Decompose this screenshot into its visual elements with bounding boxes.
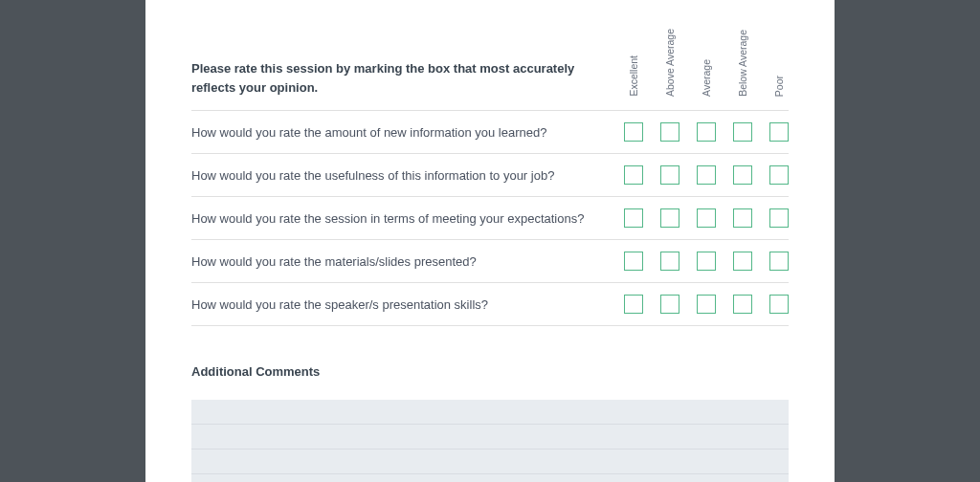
column-header-poor: Poor xyxy=(769,29,789,97)
checkbox-q0-above-average[interactable] xyxy=(660,122,679,142)
checkbox-q2-above-average[interactable] xyxy=(660,208,679,228)
comment-line[interactable] xyxy=(191,449,789,474)
column-header-excellent: Excellent xyxy=(624,29,643,97)
question-text: How would you rate the usefulness of thi… xyxy=(191,168,624,183)
rating-column-headers: Excellent Above Average Average Below Av… xyxy=(624,29,789,97)
checkbox-q0-excellent[interactable] xyxy=(624,122,643,142)
checkbox-group xyxy=(624,252,789,271)
checkbox-q3-below-average[interactable] xyxy=(733,252,752,271)
survey-page: Please rate this session by marking the … xyxy=(145,0,835,482)
comment-line[interactable] xyxy=(191,425,789,449)
column-header-average: Average xyxy=(697,29,716,97)
checkbox-q4-excellent[interactable] xyxy=(624,295,643,314)
checkbox-q4-above-average[interactable] xyxy=(660,295,679,314)
rating-section: Please rate this session by marking the … xyxy=(191,29,789,326)
checkbox-q3-excellent[interactable] xyxy=(624,252,643,271)
checkbox-group xyxy=(624,295,789,314)
checkbox-q2-poor[interactable] xyxy=(769,208,789,228)
comment-lines[interactable] xyxy=(191,400,789,482)
checkbox-q4-average[interactable] xyxy=(697,295,716,314)
checkbox-q1-average[interactable] xyxy=(697,165,716,185)
rating-instruction: Please rate this session by marking the … xyxy=(191,59,624,97)
question-text: How would you rate the materials/slides … xyxy=(191,254,624,269)
question-text: How would you rate the session in terms … xyxy=(191,211,624,226)
checkbox-q3-above-average[interactable] xyxy=(660,252,679,271)
rating-row-q4: How would you rate the speaker/s present… xyxy=(191,283,789,326)
rating-row-q2: How would you rate the session in terms … xyxy=(191,197,789,240)
rating-row-q3: How would you rate the materials/slides … xyxy=(191,240,789,283)
checkbox-q2-below-average[interactable] xyxy=(733,208,752,228)
rating-header-row: Please rate this session by marking the … xyxy=(191,29,789,111)
comment-line[interactable] xyxy=(191,400,789,425)
question-text: How would you rate the amount of new inf… xyxy=(191,125,624,140)
rating-row-q1: How would you rate the usefulness of thi… xyxy=(191,154,789,197)
checkbox-q2-average[interactable] xyxy=(697,208,716,228)
column-header-below-average: Below Average xyxy=(733,29,752,97)
checkbox-q3-average[interactable] xyxy=(697,252,716,271)
checkbox-q3-poor[interactable] xyxy=(769,252,789,271)
comments-heading: Additional Comments xyxy=(191,364,789,379)
checkbox-q0-average[interactable] xyxy=(697,122,716,142)
checkbox-group xyxy=(624,122,789,142)
comment-line[interactable] xyxy=(191,474,789,482)
checkbox-q1-poor[interactable] xyxy=(769,165,789,185)
checkbox-q0-poor[interactable] xyxy=(769,122,789,142)
rating-row-q0: How would you rate the amount of new inf… xyxy=(191,111,789,154)
comments-section: Additional Comments xyxy=(191,364,789,482)
column-header-above-average: Above Average xyxy=(660,29,679,97)
checkbox-q1-excellent[interactable] xyxy=(624,165,643,185)
question-text: How would you rate the speaker/s present… xyxy=(191,297,624,312)
checkbox-group xyxy=(624,165,789,185)
checkbox-q1-below-average[interactable] xyxy=(733,165,752,185)
checkbox-q2-excellent[interactable] xyxy=(624,208,643,228)
checkbox-q1-above-average[interactable] xyxy=(660,165,679,185)
checkbox-q4-poor[interactable] xyxy=(769,295,789,314)
checkbox-q0-below-average[interactable] xyxy=(733,122,752,142)
checkbox-group xyxy=(624,208,789,228)
checkbox-q4-below-average[interactable] xyxy=(733,295,752,314)
